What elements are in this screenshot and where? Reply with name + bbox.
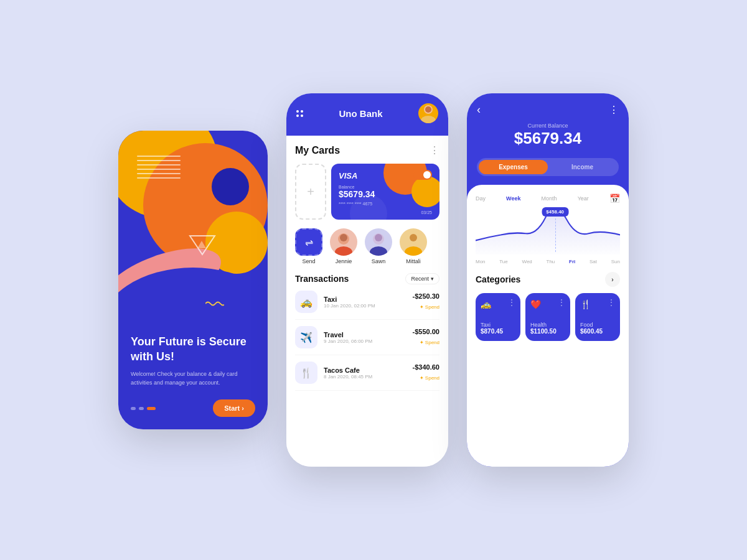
day-fri[interactable]: Fri	[569, 259, 575, 264]
wave-decoration	[205, 299, 224, 309]
recent-filter[interactable]: Recent ▾	[405, 273, 439, 284]
chart-tooltip: $458.40	[542, 207, 568, 217]
mittali-name: Mittali	[406, 258, 421, 264]
expenses-tab[interactable]: Expenses	[479, 160, 548, 174]
taxi-name: Taxi	[324, 296, 406, 303]
svg-point-10	[375, 234, 382, 241]
taxi-icon: 🚕	[295, 291, 317, 313]
expenses-income-toggle: Expenses Income	[477, 158, 619, 176]
cat-taxi-amount: $870.45	[481, 328, 515, 335]
menu-icon[interactable]	[296, 110, 303, 117]
travel-icon: ✈️	[295, 326, 317, 348]
person-mittali[interactable]: Mittali	[400, 228, 427, 264]
day-thu: Thu	[547, 259, 555, 264]
cat-health-amount: $1100.50	[530, 328, 565, 335]
phone-3: ‹ ⋮ Current Balance $5679.34 Expenses In…	[467, 93, 629, 467]
current-balance-label: Current Balance	[477, 123, 619, 129]
phone2-body: My Cards ⋮ + VISA Balance $5679.34 **** …	[286, 136, 448, 467]
visa-card[interactable]: VISA Balance $5679.34 **** **** **** 467…	[331, 164, 439, 220]
dot-2	[139, 407, 144, 410]
tacos-date: 8 Jan 2020, 08:45 PM	[324, 374, 406, 380]
jennie-avatar	[330, 228, 357, 256]
transaction-tacos[interactable]: 🍴 Tacos Cafe 8 Jan 2020, 08:45 PM -$340.…	[295, 362, 439, 391]
cat-food-amount: $600.45	[580, 328, 615, 335]
phone1-headline: Your Future is Secure with Us!	[131, 335, 255, 364]
card-balance-amount: $5679.34	[339, 189, 432, 199]
cat-taxi-menu[interactable]: ⋮	[508, 298, 515, 307]
svg-point-13	[410, 234, 417, 241]
svg-point-3	[421, 116, 436, 123]
svg-marker-1	[197, 241, 206, 248]
toggle-circle	[423, 171, 431, 179]
card-expiry: 03/25	[421, 210, 432, 215]
transaction-taxi[interactable]: 🚕 Taxi 10 Jan 2020, 02:00 PM -$250.30 ✦ …	[295, 291, 439, 320]
send-person: ⇌ Send	[295, 228, 322, 264]
blob-blue-dark	[212, 168, 249, 205]
cat-health-menu[interactable]: ⋮	[558, 298, 565, 307]
current-balance-amount: $5679.34	[477, 129, 619, 148]
income-tab[interactable]: Income	[548, 160, 617, 174]
card-toggle[interactable]	[413, 170, 432, 180]
categories-row: 🚕 ⋮ Taxi $870.45 ❤️ ⋮ Health $1100.50 🍴 …	[476, 293, 620, 341]
phone2-header: Uno Bank	[286, 93, 448, 136]
chart-dashed-line	[555, 218, 556, 252]
day-mon: Mon	[476, 259, 486, 264]
phone3-menu[interactable]: ⋮	[609, 104, 619, 116]
dot-1	[131, 407, 136, 410]
triangle-decoration	[189, 233, 216, 259]
sawn-avatar	[365, 228, 392, 256]
travel-amount: -$550.00 ✦ Spend	[413, 328, 439, 347]
svg-point-6	[335, 246, 352, 256]
jennie-name: Jennie	[336, 258, 352, 264]
category-food[interactable]: 🍴 ⋮ Food $600.45	[575, 293, 620, 341]
tacos-icon: 🍴	[295, 362, 317, 384]
travel-date: 9 Jan 2020, 06:00 PM	[324, 338, 406, 344]
cat-food-name: Food	[580, 322, 615, 328]
my-cards-title: My Cards	[295, 145, 340, 156]
page-indicators	[131, 407, 156, 410]
phone1-subtitle: Welcome! Check your balance & daily card…	[131, 370, 255, 387]
phone-2: Uno Bank My Cards ⋮ +	[286, 93, 448, 467]
svg-point-4	[425, 106, 431, 113]
cat-health-name: Health	[530, 322, 565, 328]
chart-container: Day Week Month Year 📅 $458.40	[467, 185, 629, 467]
taxi-info: Taxi 10 Jan 2020, 02:00 PM	[324, 296, 406, 309]
mittali-avatar	[400, 228, 427, 256]
card-number: **** **** **** 4675	[339, 202, 432, 206]
person-sawn[interactable]: Sawn	[365, 228, 392, 264]
category-taxi[interactable]: 🚕 ⋮ Taxi $870.45	[476, 293, 520, 341]
categories-more[interactable]: ›	[605, 272, 620, 287]
user-avatar[interactable]	[418, 103, 438, 123]
start-button[interactable]: Start ›	[213, 399, 255, 417]
phone-1: Your Future is Secure with Us! Welcome! …	[118, 131, 268, 429]
day-tue: Tue	[499, 259, 508, 264]
svg-point-12	[405, 246, 422, 256]
category-health[interactable]: ❤️ ⋮ Health $1100.50	[525, 293, 570, 341]
my-cards-menu[interactable]: ⋮	[430, 144, 439, 156]
transaction-travel[interactable]: ✈️ Travel 9 Jan 2020, 06:00 PM -$550.00 …	[295, 326, 439, 355]
svg-point-7	[340, 234, 347, 241]
dot-3	[147, 407, 156, 410]
cat-food-menu[interactable]: ⋮	[608, 298, 615, 307]
lines-decoration	[137, 156, 181, 187]
svg-point-9	[370, 246, 387, 256]
taxi-amount: -$250.30 ✦ Spend	[413, 292, 439, 311]
transactions-title: Transactions	[295, 274, 349, 284]
add-card-button[interactable]: +	[295, 164, 326, 220]
sawn-name: Sawn	[372, 258, 386, 264]
tacos-amount: -$340.60 ✦ Spend	[413, 363, 439, 382]
transactions-header: Transactions Recent ▾	[295, 273, 439, 284]
send-button[interactable]: ⇌	[295, 228, 322, 256]
categories-header: Categories ›	[476, 272, 620, 287]
card-balance-label: Balance	[339, 185, 432, 189]
chart-days: Mon Tue Wed Thu Fri Sat Sun	[476, 259, 620, 264]
person-jennie[interactable]: Jennie	[330, 228, 357, 264]
cat-taxi-name: Taxi	[481, 322, 515, 328]
tacos-name: Tacos Cafe	[324, 366, 406, 374]
travel-name: Travel	[324, 331, 406, 338]
day-sun: Sun	[611, 259, 620, 264]
cards-row: + VISA Balance $5679.34 **** **** **** 4…	[295, 164, 439, 220]
back-button[interactable]: ‹	[477, 103, 481, 116]
phone3-header: ‹ ⋮	[467, 93, 629, 123]
day-sat: Sat	[590, 259, 597, 264]
